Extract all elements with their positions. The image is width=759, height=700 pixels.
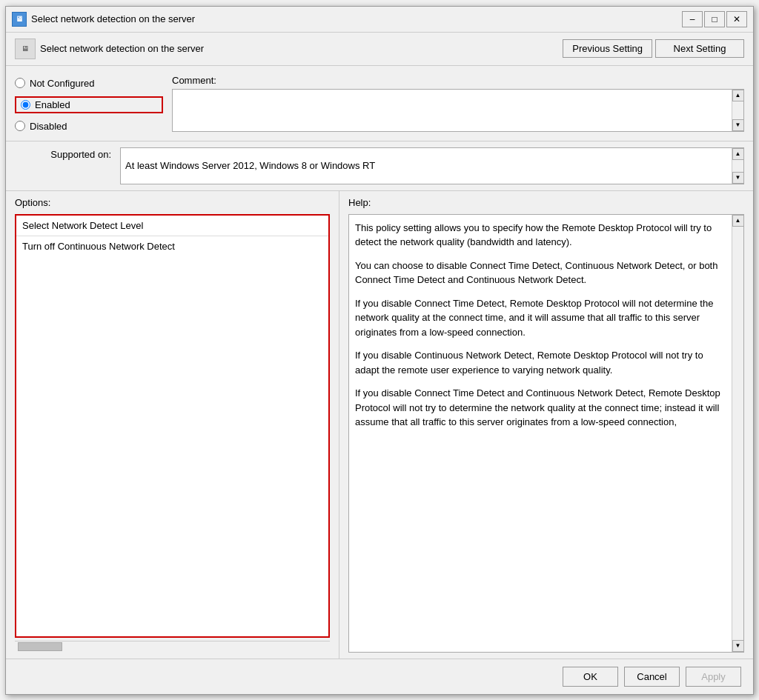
supported-scrollbar: ▲ ▼ xyxy=(732,148,743,184)
next-setting-button[interactable]: Next Setting xyxy=(655,39,744,58)
maximize-button[interactable]: □ xyxy=(704,11,725,27)
scroll-up-arrow[interactable]: ▲ xyxy=(732,90,744,101)
options-row-1-text: Select Network Detect Level xyxy=(22,220,143,231)
comment-textarea[interactable] xyxy=(173,90,732,131)
close-button[interactable]: ✕ xyxy=(726,11,747,27)
enabled-option-wrapper[interactable]: Enabled xyxy=(15,96,163,113)
content-area: Not Configured Enabled Disabled Comment:… xyxy=(6,66,753,659)
radio-section: Not Configured Enabled Disabled xyxy=(15,75,163,132)
supported-label: Supported on: xyxy=(15,147,111,160)
supported-text: At least Windows Server 2012, Windows 8 … xyxy=(125,160,739,171)
help-scroll-up[interactable]: ▲ xyxy=(732,215,744,227)
options-title: Options: xyxy=(15,197,330,208)
top-section: Not Configured Enabled Disabled Comment:… xyxy=(6,66,753,141)
footer: OK Cancel Apply xyxy=(6,659,753,694)
options-row-1[interactable]: Select Network Detect Level xyxy=(16,216,328,236)
h-scroll-thumb xyxy=(18,642,62,651)
help-para-5: If you disable Connect Time Detect and C… xyxy=(355,386,726,430)
disabled-radio[interactable] xyxy=(15,121,25,131)
apply-button[interactable]: Apply xyxy=(686,667,741,687)
options-panel: Options: Select Network Detect Level Tur… xyxy=(6,191,339,659)
scroll-down-arrow[interactable]: ▼ xyxy=(732,119,744,131)
header-bar-left: 🖥 Select network detection on the server xyxy=(15,39,204,59)
disabled-option[interactable]: Disabled xyxy=(15,121,163,132)
help-scroll-down[interactable]: ▼ xyxy=(732,640,744,652)
help-text-area: This policy setting allows you to specif… xyxy=(349,215,732,652)
options-row-2[interactable]: Turn off Continuous Network Detect xyxy=(16,236,328,256)
help-title: Help: xyxy=(348,197,744,208)
options-row-2-text: Turn off Continuous Network Detect xyxy=(22,241,175,252)
help-para-1: This policy setting allows you to specif… xyxy=(355,221,726,250)
help-para-2: You can choose to disable Connect Time D… xyxy=(355,259,726,287)
ok-button[interactable]: OK xyxy=(563,667,618,687)
comment-box: ▲ ▼ xyxy=(172,89,744,132)
not-configured-label: Not Configured xyxy=(30,78,94,89)
previous-setting-button[interactable]: Previous Setting xyxy=(563,39,652,58)
supported-box: At least Windows Server 2012, Windows 8 … xyxy=(120,147,744,184)
header-bar: 🖥 Select network detection on the server… xyxy=(6,33,753,66)
comment-section: Comment: ▲ ▼ xyxy=(172,75,744,132)
help-para-4: If you disable Continuous Network Detect… xyxy=(355,348,726,377)
supported-scroll-down[interactable]: ▼ xyxy=(732,172,744,184)
help-panel: Help: This policy setting allows you to … xyxy=(339,191,753,659)
title-bar-left: 🖥 Select network detection on the server xyxy=(12,12,195,27)
title-bar: 🖥 Select network detection on the server… xyxy=(6,7,753,33)
help-para-3: If you disable Connect Time Detect, Remo… xyxy=(355,296,726,340)
header-setting-title: Select network detection on the server xyxy=(40,43,204,54)
dialog-icon: 🖥 xyxy=(12,12,27,27)
supported-scroll-up[interactable]: ▲ xyxy=(732,148,744,160)
title-buttons: – □ ✕ xyxy=(682,11,747,27)
header-setting-buttons: Previous Setting Next Setting xyxy=(563,39,744,58)
help-content: This policy setting allows you to specif… xyxy=(348,214,744,653)
help-scrollbar: ▲ ▼ xyxy=(732,215,743,652)
comment-label: Comment: xyxy=(172,75,744,86)
not-configured-option[interactable]: Not Configured xyxy=(15,78,163,89)
header-icon: 🖥 xyxy=(15,39,36,59)
supported-section: Supported on: At least Windows Server 20… xyxy=(6,141,753,191)
not-configured-radio[interactable] xyxy=(15,78,25,88)
minimize-button[interactable]: – xyxy=(682,11,703,27)
main-section: Options: Select Network Detect Level Tur… xyxy=(6,191,753,659)
comment-scrollbar: ▲ ▼ xyxy=(732,90,743,131)
dialog: 🖥 Select network detection on the server… xyxy=(5,6,754,695)
enabled-radio[interactable] xyxy=(21,100,30,110)
disabled-label: Disabled xyxy=(30,121,67,132)
enabled-label: Enabled xyxy=(35,99,70,110)
options-content: Select Network Detect Level Turn off Con… xyxy=(15,214,330,638)
dialog-title: Select network detection on the server xyxy=(31,13,195,24)
cancel-button[interactable]: Cancel xyxy=(624,667,680,687)
options-h-scrollbar xyxy=(15,641,330,653)
